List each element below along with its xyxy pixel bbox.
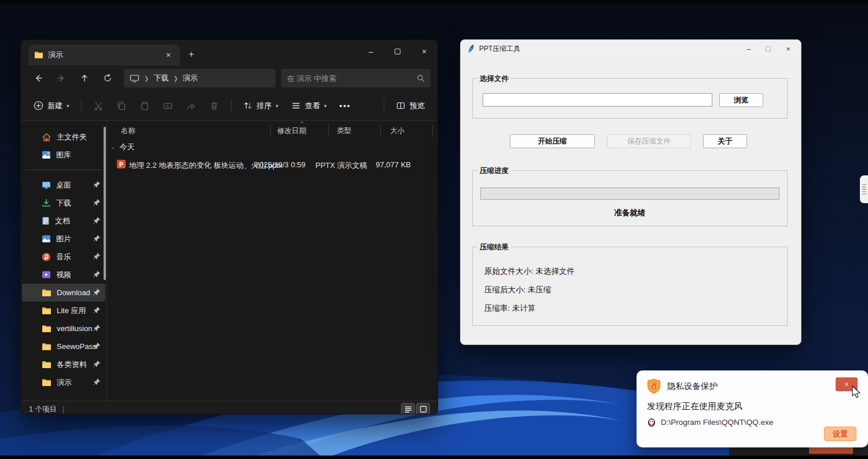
sidebar-item-label: SeewoPass [57, 342, 97, 351]
music-icon [42, 252, 51, 262]
column-name[interactable]: 名称 [121, 126, 135, 136]
search-box[interactable] [281, 69, 431, 87]
sidebar-item-misc-files[interactable]: 各类资料 [22, 355, 105, 373]
breadcrumb-item-current[interactable]: 演示 [183, 73, 198, 83]
sidebar-item-seewopass[interactable]: SeewoPass [22, 337, 105, 355]
large-icons-view-button[interactable] [417, 403, 429, 414]
sidebar-item-documents[interactable]: 文档 [22, 212, 105, 230]
progress-group: 压缩进度 准备就绪 [472, 170, 788, 226]
notification-title: 隐私设备保护 [667, 381, 718, 392]
start-compress-button[interactable]: 开始压缩 [510, 134, 595, 148]
more-options-button[interactable]: ••• [334, 97, 357, 114]
cut-button[interactable] [87, 97, 109, 115]
breadcrumb[interactable]: ❯ 下载 ❯ 演示 [124, 69, 275, 87]
delete-button[interactable] [203, 97, 225, 115]
sidebar-item-label: vertillusion [57, 324, 92, 333]
sort-ascending-icon: ⌃ [300, 121, 304, 127]
ellipsis-icon: ••• [340, 101, 351, 110]
sidebar-item-label: Lite 应用 [57, 306, 86, 316]
cut-icon [93, 101, 104, 111]
chevron-down-icon: ▾ [276, 103, 279, 109]
home-icon [42, 133, 52, 142]
rename-icon: A [163, 101, 173, 111]
new-button[interactable]: 新建 ▾ [28, 97, 75, 115]
sidebar-item-pictures[interactable]: 图片 [22, 230, 105, 248]
result-compressed-size: 压缩后大小: 未压缩 [484, 285, 551, 295]
sort-button[interactable]: 排序 ▾ [237, 97, 285, 115]
close-button[interactable]: × [411, 40, 437, 63]
sidebar-scrollbar[interactable] [104, 127, 106, 280]
preview-button[interactable]: 预览 [390, 97, 431, 115]
sidebar-item-lite-apps[interactable]: Lite 应用 [22, 302, 105, 320]
column-size[interactable]: 大小 [390, 126, 404, 136]
toolbar-separator [81, 99, 82, 113]
sidebar-item-download-folder[interactable]: Download [22, 284, 105, 302]
handle-dash [862, 191, 866, 192]
rename-button[interactable]: A [157, 97, 179, 115]
qq-icon [647, 417, 656, 427]
gallery-icon [42, 150, 51, 159]
tab-close-icon[interactable]: × [163, 49, 174, 61]
save-compressed-button[interactable]: 保存压缩文件 [607, 134, 691, 148]
mouse-cursor [852, 385, 862, 399]
sidebar-item-music[interactable]: 音乐 [22, 248, 105, 266]
background-toast-accent [809, 447, 853, 454]
explorer-tab[interactable]: 演示 × [28, 45, 180, 65]
breadcrumb-item-downloads[interactable]: 下载 [153, 73, 168, 83]
sidebar-item-presentation[interactable]: 演示 [22, 373, 105, 391]
column-divider[interactable] [432, 124, 433, 137]
browse-button[interactable]: 浏览 [719, 93, 763, 107]
file-path-input[interactable] [483, 93, 712, 107]
handle-dash [862, 186, 866, 188]
shield-flame-icon [647, 379, 661, 394]
about-button[interactable]: 关于 [703, 134, 747, 148]
back-button[interactable] [28, 69, 49, 87]
search-input[interactable] [287, 74, 417, 83]
new-tab-button[interactable]: + [189, 49, 194, 60]
column-type[interactable]: 类型 [337, 126, 351, 136]
desktop-icon [42, 181, 51, 189]
up-button[interactable] [74, 69, 95, 87]
share-icon [186, 101, 196, 111]
pin-icon [93, 378, 101, 385]
screen-top-edge [0, 0, 868, 5]
column-divider[interactable] [380, 124, 381, 137]
toolbar-separator [384, 99, 384, 113]
view-button[interactable]: 查看 ▾ [285, 97, 333, 115]
pictures-icon [42, 234, 51, 243]
sidebar-item-videos[interactable]: 视频 [22, 266, 105, 284]
close-button[interactable]: × [786, 45, 790, 53]
file-row[interactable]: P 地理 2.2 地表形态的变化 板块运动、火山.pptx 2025/10/3 … [107, 157, 434, 174]
process-path-row: D:\Program Files\QQNT\QQ.exe [637, 412, 868, 427]
folder-icon [42, 289, 52, 297]
sidebar-item-gallery[interactable]: 图库 [22, 146, 105, 164]
edge-flyout-handle[interactable] [860, 175, 868, 203]
pin-icon [93, 181, 101, 188]
paste-button[interactable] [134, 97, 156, 115]
preview-button-label: 预览 [410, 101, 425, 111]
maximize-button[interactable] [384, 40, 411, 63]
copy-button[interactable] [111, 97, 133, 115]
minimize-button[interactable]: – [358, 40, 384, 63]
column-divider[interactable] [270, 124, 271, 137]
sort-button-label: 排序 [257, 101, 272, 111]
explorer-address-bar: ❯ 下载 ❯ 演示 [21, 65, 437, 91]
group-header-today[interactable]: ⌄ 今天 [111, 142, 135, 152]
folder-icon [42, 379, 52, 387]
maximize-button[interactable] [766, 46, 771, 52]
notification-settings-button[interactable]: 设置 [824, 427, 856, 441]
column-divider[interactable] [328, 124, 329, 137]
sidebar-item-downloads[interactable]: 下载 [22, 194, 105, 212]
refresh-button[interactable] [97, 69, 118, 87]
sidebar-item-home[interactable]: 主文件夹 [22, 128, 105, 146]
sidebar-item-desktop[interactable]: 桌面 [22, 176, 105, 194]
details-view-button[interactable] [402, 403, 414, 414]
share-button[interactable] [180, 97, 202, 115]
forward-button[interactable] [51, 69, 72, 87]
explorer-toolbar: 新建 ▾ A 排序 ▾ 查看 ▾ ••• [21, 91, 437, 121]
sidebar-item-vertillusion[interactable]: vertillusion [22, 320, 105, 337]
explorer-tabstrip: 演示 × + – × [21, 40, 437, 65]
minimize-button[interactable]: – [746, 45, 751, 53]
column-date[interactable]: 修改日期 [277, 126, 306, 136]
file-type: PPTX 演示文稿 [315, 160, 367, 171]
